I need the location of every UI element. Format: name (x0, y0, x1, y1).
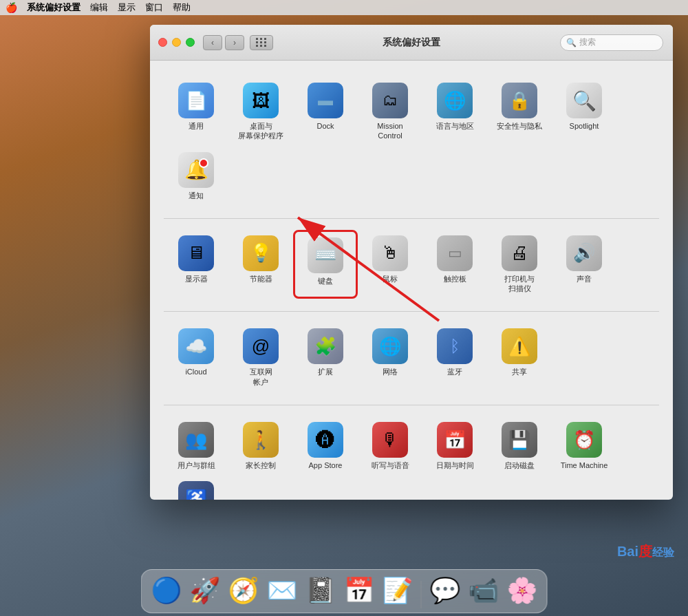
icon-extensions[interactable]: 🧩 扩展 (293, 323, 358, 392)
icon-language[interactable]: 🌐 语言与地区 (422, 77, 487, 147)
language-label: 语言与地区 (436, 121, 474, 131)
startup-label: 启动磁盘 (504, 460, 535, 470)
icon-startup[interactable]: 💾 启动磁盘 (487, 416, 552, 476)
icon-appstore[interactable]: 🅐 App Store (293, 416, 358, 476)
icon-internet-accounts[interactable]: @ 互联网 帐户 (228, 323, 293, 392)
sharing-label: 共享 (512, 367, 527, 376)
datetime-label: 日期与时间 (436, 460, 474, 470)
icon-datetime[interactable]: 📅 日期与时间 (422, 416, 487, 476)
menubar-help[interactable]: 帮助 (173, 1, 191, 14)
icon-energy[interactable]: 💡 节能器 (228, 230, 293, 299)
language-icon: 🌐 (437, 83, 473, 118)
menubar-display[interactable]: 显示 (118, 1, 136, 14)
dock-facetime[interactable]: 📹 (466, 573, 502, 608)
icon-icloud[interactable]: ☁️ iCloud (164, 323, 228, 392)
icon-bluetooth[interactable]: ᛒ 蓝牙 (422, 323, 487, 392)
menubar-window[interactable]: 窗口 (145, 1, 163, 14)
dock-safari[interactable]: 🧭 (226, 573, 261, 608)
icon-sound[interactable]: 🔊 声音 (552, 230, 616, 299)
icon-network[interactable]: 🌐 网络 (358, 323, 422, 392)
dock-finder[interactable]: 🔵 (149, 573, 184, 608)
sound-icon: 🔊 (566, 235, 602, 271)
appstore-icon: 🅐 (308, 422, 343, 458)
network-label: 网络 (383, 367, 398, 376)
mission-icon: 🗂 (372, 83, 408, 118)
dock-memo[interactable]: 📝 (380, 573, 416, 608)
nav-buttons: ‹ › (203, 35, 244, 50)
mouse-icon: 🖱 (372, 235, 408, 271)
extend-icon: 🧩 (308, 328, 343, 364)
back-button[interactable]: ‹ (203, 35, 222, 50)
icon-accessibility[interactable]: ♿ 辅助功能 (164, 476, 228, 500)
icon-desktop[interactable]: 🖼 桌面与 屏幕保护程序 (228, 77, 293, 147)
icon-keyboard[interactable]: ⌨️ 键盘 (293, 230, 358, 299)
icon-timemachine[interactable]: ⏰ Time Machine (552, 416, 616, 476)
syspref-window: ‹ › 系统偏好设置 🔍 搜索 (150, 25, 673, 500)
icon-notification[interactable]: 🔔 通知 (164, 147, 228, 206)
dock: 🔵 🚀 🧭 ✉️ 📓 📅 📝 💬 📹 🌸 (141, 569, 548, 613)
mouse-label: 鼠标 (383, 274, 398, 284)
dock-photos[interactable]: 🌸 (504, 573, 540, 608)
dock-icon: ▬ (308, 83, 343, 118)
printer-icon: 🖨 (502, 235, 537, 271)
icon-security[interactable]: 🔒 安全性与隐私 (487, 77, 552, 147)
minimize-button[interactable] (172, 38, 181, 47)
internet-icon: @ (243, 328, 279, 364)
desktop: 🍎 系统偏好设置 编辑 显示 窗口 帮助 ‹ › (0, 0, 688, 616)
icon-dictation[interactable]: 🎙 听写与语音 (358, 416, 422, 476)
menubar-edit[interactable]: 编辑 (90, 1, 108, 14)
apple-menu[interactable]: 🍎 (6, 2, 17, 13)
icon-spotlight[interactable]: 🔍 Spotlight (552, 77, 616, 147)
grid-view-button[interactable] (250, 35, 273, 50)
icloud-label: iCloud (185, 367, 206, 376)
forward-button[interactable]: › (225, 35, 244, 50)
general-label: 通用 (189, 121, 204, 131)
appstore-label: App Store (309, 460, 343, 470)
sharing-icon: ⚠️ (502, 328, 537, 364)
menubar-syspref[interactable]: 系统偏好设置 (27, 1, 80, 14)
icloud-icon: ☁️ (178, 328, 214, 364)
users-label: 用户与群组 (178, 460, 215, 470)
maximize-button[interactable] (186, 38, 195, 47)
section-personal: 📄 通用 🖼 桌面与 屏幕保护程序 ▬ (164, 72, 659, 211)
trackpad-icon: ▭ (437, 235, 473, 271)
dock-calendar[interactable]: 📅 (341, 573, 377, 608)
icon-sharing[interactable]: ⚠️ 共享 (487, 323, 552, 392)
parental-icon: 🚶 (243, 422, 279, 458)
icon-general[interactable]: 📄 通用 (164, 77, 228, 147)
search-box[interactable]: 🔍 搜索 (560, 34, 663, 51)
icon-dock[interactable]: ▬ Dock (293, 77, 358, 147)
dock-messages[interactable]: 💬 (427, 573, 463, 608)
display-label: 显示器 (185, 274, 208, 284)
desktop-icon: 🖼 (243, 83, 279, 118)
icon-mission[interactable]: 🗂 Mission Control (358, 77, 422, 147)
icon-users[interactable]: 👥 用户与群组 (164, 416, 228, 476)
hardware-icons-grid: 🖥 显示器 💡 节能器 ⌨️ (164, 224, 659, 305)
internet-label: 互联网 帐户 (250, 367, 272, 387)
search-placeholder: 搜索 (579, 36, 596, 48)
dictation-label: 听写与语音 (372, 460, 409, 470)
dock-launchpad[interactable]: 🚀 (187, 573, 223, 608)
icon-trackpad[interactable]: ▭ 触控板 (422, 230, 487, 299)
internet-icons-grid: ☁️ iCloud @ 互联网 帐户 🧩 (164, 317, 659, 398)
icon-mouse[interactable]: 🖱 鼠标 (358, 230, 422, 299)
spotlight-label: Spotlight (570, 121, 599, 131)
dock-mail[interactable]: ✉️ (264, 573, 300, 608)
menubar: 🍎 系统偏好设置 编辑 显示 窗口 帮助 (0, 0, 688, 15)
security-icon: 🔒 (502, 83, 537, 118)
titlebar: ‹ › 系统偏好设置 🔍 搜索 (150, 25, 673, 61)
icon-printer[interactable]: 🖨 打印机与 扫描仪 (487, 230, 552, 299)
extend-label: 扩展 (318, 367, 333, 376)
dock-notes[interactable]: 📓 (303, 573, 338, 608)
icon-parental[interactable]: 🚶 家长控制 (228, 416, 293, 476)
divider-2 (164, 311, 659, 312)
timemachine-icon: ⏰ (566, 422, 602, 458)
accessibility-icon: ♿ (178, 481, 214, 500)
sound-label: 声音 (577, 274, 592, 284)
spotlight-icon: 🔍 (566, 83, 602, 118)
icon-display[interactable]: 🖥 显示器 (164, 230, 228, 299)
display-icon: 🖥 (178, 235, 214, 271)
system-icons-grid: 👥 用户与群组 🚶 家长控制 🅐 (164, 411, 659, 500)
close-button[interactable] (158, 38, 167, 47)
desktop-label: 桌面与 屏幕保护程序 (238, 121, 283, 141)
